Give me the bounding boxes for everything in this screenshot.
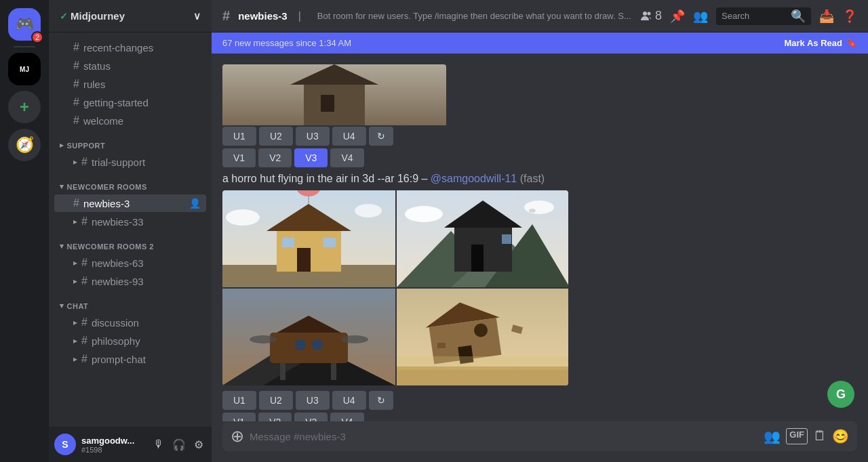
channel-label: philosophy — [92, 335, 140, 347]
messages-area: U1 U2 U3 U4 ↻ V1 V2 V3 V4 a horro hut fl… — [212, 54, 868, 421]
hash-icon: # — [81, 275, 87, 287]
members-mention-icon[interactable]: 👥 — [764, 428, 781, 444]
v1-button-bottom[interactable]: V1 — [222, 413, 256, 421]
hash-icon: # — [73, 96, 79, 108]
sticker-button[interactable]: 🗒 — [813, 428, 827, 444]
settings-button[interactable]: ⚙ — [191, 436, 206, 454]
v2-button-bottom[interactable]: V2 — [258, 413, 292, 421]
expand-icon: ▸ — [73, 157, 77, 167]
v4-button-bottom[interactable]: V4 — [330, 413, 363, 421]
discord-home-button[interactable]: 🎮 2 — [8, 8, 41, 41]
search-input[interactable] — [722, 11, 788, 21]
channel-item-getting-started[interactable]: # getting-started — [54, 93, 206, 111]
svg-rect-23 — [471, 245, 484, 272]
message-input[interactable] — [250, 431, 758, 442]
channel-label: discussion — [92, 317, 139, 329]
u2-button-bottom[interactable]: U2 — [259, 391, 293, 410]
add-server-button[interactable]: + — [8, 91, 41, 123]
server-header[interactable]: ✓ Midjourney ∨ — [49, 0, 212, 33]
channel-item-newbies-93[interactable]: ▸ # newbies-93 — [54, 272, 206, 290]
category-label: CHAT — [67, 302, 89, 310]
svg-rect-24 — [502, 234, 511, 244]
new-messages-banner[interactable]: 67 new messages since 1:34 AM Mark As Re… — [212, 33, 868, 54]
hash-icon: # — [81, 257, 87, 269]
message-block-main: a horro hut flying in the air in 3d --ar… — [222, 173, 857, 421]
action-buttons-bottom-v: V1 V2 V3 V4 — [222, 413, 857, 421]
member-count: 8 — [655, 9, 662, 23]
speed-tag: (fast) — [520, 173, 545, 184]
v3-button-bottom[interactable]: V3 — [294, 413, 328, 421]
username: samgoodw... — [81, 436, 145, 446]
channel-label: prompt-chat — [92, 354, 146, 365]
action-buttons-bottom-u: U1 U2 U3 U4 ↻ — [222, 391, 857, 410]
mark-as-read-button[interactable]: Mark As Read 🔖 — [785, 38, 858, 48]
hash-icon: # — [81, 156, 87, 168]
channel-item-trial-support[interactable]: ▸ # trial-support — [54, 153, 206, 171]
members-icon[interactable]: 8 — [640, 9, 662, 23]
channel-item-newbies-33[interactable]: ▸ # newbies-33 — [54, 213, 206, 230]
channel-label: newbies-63 — [92, 257, 144, 269]
action-buttons-v-top: V1 V2 V3 V4 — [222, 148, 857, 167]
mic-button[interactable]: 🎙 — [151, 436, 167, 454]
category-newcomer-rooms[interactable]: ▾ NEWCOMER ROOMS — [49, 171, 212, 194]
v4-button-top[interactable]: V4 — [330, 148, 363, 167]
channel-item-welcome[interactable]: # welcome — [54, 112, 206, 129]
channel-label: welcome — [83, 115, 123, 127]
channel-label: status — [83, 60, 111, 72]
v1-button-top[interactable]: V1 — [222, 148, 256, 167]
refresh-button-top[interactable]: ↻ — [369, 127, 393, 146]
category-label: NEWCOMER ROOMS — [67, 183, 147, 191]
u4-button-bottom[interactable]: U4 — [332, 391, 366, 410]
v2-button-top[interactable]: V2 — [258, 148, 292, 167]
members-list-icon[interactable]: 👥 — [693, 9, 708, 24]
u4-button-top[interactable]: U4 — [332, 127, 366, 146]
mention[interactable]: @samgoodwill-11 — [431, 173, 517, 184]
expand-icon: ▸ — [73, 217, 77, 226]
help-icon[interactable]: ❓ — [842, 9, 857, 24]
pinned-icon[interactable]: 📌 — [670, 9, 685, 24]
expand-icon: ▸ — [73, 276, 77, 286]
category-chat[interactable]: ▾ CHAT — [49, 291, 212, 313]
hash-icon: # — [73, 197, 79, 209]
emoji-button[interactable]: 😊 — [832, 428, 849, 444]
u1-button-bottom[interactable]: U1 — [222, 391, 256, 410]
u1-button-top[interactable]: U1 — [222, 127, 256, 146]
u2-button-top[interactable]: U2 — [259, 127, 293, 146]
input-icons: 👥 GIF 🗒 😊 — [764, 428, 849, 444]
midjourney-server-icon[interactable]: MJ — [8, 53, 41, 85]
gif-button[interactable]: GIF — [786, 428, 808, 444]
headphone-button[interactable]: 🎧 — [170, 436, 189, 454]
image-cell-1 — [222, 190, 395, 287]
svg-rect-47 — [397, 356, 568, 370]
channel-item-newbies-63[interactable]: ▸ # newbies-63 — [54, 254, 206, 272]
category-newcomer-rooms-2[interactable]: ▾ NEWCOMER ROOMS 2 — [49, 231, 212, 253]
refresh-button-bottom[interactable]: ↻ — [369, 391, 393, 410]
floating-action-avatar[interactable]: G — [827, 381, 854, 408]
v3-button-top[interactable]: V3 — [294, 148, 328, 167]
channel-item-discussion[interactable]: ▸ # discussion — [54, 314, 206, 331]
category-label: SUPPORT — [67, 142, 106, 150]
partial-image — [222, 64, 446, 125]
inbox-icon[interactable]: 📥 — [819, 9, 834, 24]
discover-servers-button[interactable]: 🧭 — [8, 129, 41, 161]
channel-item-status[interactable]: # status — [54, 57, 206, 75]
category-support[interactable]: ▸ SUPPORT — [49, 130, 212, 152]
u3-button-bottom[interactable]: U3 — [296, 391, 330, 410]
channel-item-recent-changes[interactable]: # recent-changes — [54, 39, 206, 56]
channel-header: # newbies-3 | Bot room for new users. Ty… — [212, 0, 868, 33]
hash-icon: # — [81, 316, 87, 329]
channel-item-rules[interactable]: # rules — [54, 75, 206, 93]
hash-icon: # — [81, 353, 87, 365]
u3-button-top[interactable]: U3 — [296, 127, 330, 146]
channel-label: getting-started — [83, 97, 149, 108]
svg-point-37 — [295, 339, 306, 350]
channel-item-newbies-3[interactable]: # newbies-3 👤 — [54, 194, 206, 212]
svg-point-1 — [647, 12, 650, 15]
add-attachment-button[interactable]: ⊕ — [231, 427, 244, 446]
channel-label: rules — [83, 79, 106, 90]
channel-item-philosophy[interactable]: ▸ # philosophy — [54, 332, 206, 350]
hash-icon: # — [73, 78, 79, 90]
svg-rect-33 — [280, 363, 285, 380]
svg-point-16 — [355, 204, 382, 217]
channel-item-prompt-chat[interactable]: ▸ # prompt-chat — [54, 350, 206, 368]
